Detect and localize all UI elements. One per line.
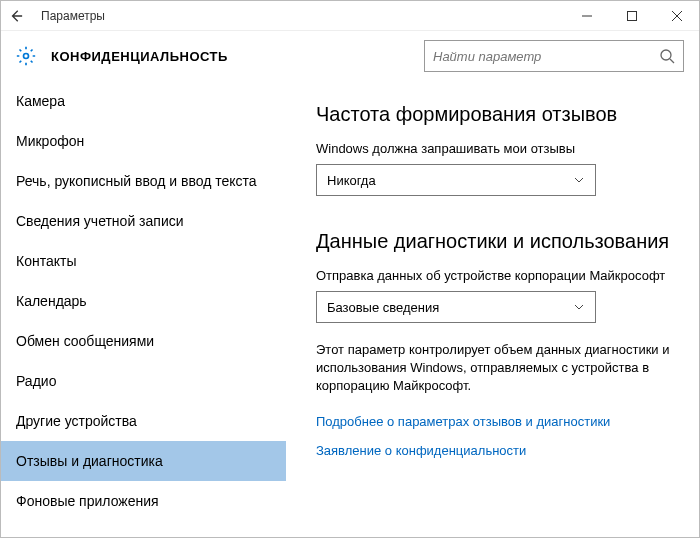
close-button[interactable] [654, 1, 699, 31]
search-input[interactable] [425, 41, 683, 71]
gear-icon [16, 46, 36, 66]
svg-point-2 [661, 50, 671, 60]
section-heading-feedback: Частота формирования отзывов [316, 101, 674, 127]
settings-window: Параметры КОНФИДЕНЦИАЛЬНОСТЬ КамераМикро… [0, 0, 700, 538]
content-pane: Частота формирования отзывов Windows дол… [286, 81, 699, 537]
dropdown-value: Никогда [327, 173, 376, 188]
link-learn-more[interactable]: Подробнее о параметрах отзывов и диагнос… [316, 414, 674, 429]
svg-point-1 [24, 54, 29, 59]
chevron-down-icon [573, 301, 585, 313]
window-controls [564, 1, 699, 31]
feedback-frequency-dropdown[interactable]: Никогда [316, 164, 596, 196]
sidebar-item[interactable]: Камера [1, 81, 286, 121]
svg-rect-0 [627, 11, 636, 20]
sidebar-item[interactable]: Отзывы и диагностика [1, 441, 286, 481]
arrow-left-icon [9, 9, 23, 23]
section-heading-diagnostics: Данные диагностики и использования [316, 228, 674, 254]
page-title: КОНФИДЕНЦИАЛЬНОСТЬ [51, 49, 424, 64]
sidebar-item[interactable]: Сведения учетной записи [1, 201, 286, 241]
close-icon [672, 11, 682, 21]
sidebar: КамераМикрофонРечь, рукописный ввод и вв… [1, 81, 286, 537]
sidebar-item[interactable]: Другие устройства [1, 401, 286, 441]
titlebar: Параметры [1, 1, 699, 31]
window-title: Параметры [31, 9, 564, 23]
body: КамераМикрофонРечь, рукописный ввод и вв… [1, 81, 699, 537]
feedback-frequency-label: Windows должна запрашивать мои отзывы [316, 141, 674, 156]
maximize-icon [627, 11, 637, 21]
sidebar-item[interactable]: Микрофон [1, 121, 286, 161]
header: КОНФИДЕНЦИАЛЬНОСТЬ [1, 31, 699, 81]
sidebar-item[interactable]: Контакты [1, 241, 286, 281]
search-box[interactable] [424, 40, 684, 72]
diagnostics-dropdown[interactable]: Базовые сведения [316, 291, 596, 323]
maximize-button[interactable] [609, 1, 654, 31]
search-icon [659, 48, 675, 64]
link-privacy-statement[interactable]: Заявление о конфиденциальности [316, 443, 674, 458]
diagnostics-label: Отправка данных об устройстве корпорации… [316, 268, 674, 283]
minimize-icon [582, 11, 592, 21]
sidebar-item[interactable]: Фоновые приложения [1, 481, 286, 521]
sidebar-item[interactable]: Календарь [1, 281, 286, 321]
diagnostics-description: Этот параметр контролирует объем данных … [316, 341, 674, 396]
dropdown-value: Базовые сведения [327, 300, 439, 315]
sidebar-item[interactable]: Обмен сообщениями [1, 321, 286, 361]
chevron-down-icon [573, 174, 585, 186]
back-button[interactable] [1, 1, 31, 31]
sidebar-item[interactable]: Радио [1, 361, 286, 401]
sidebar-item[interactable]: Речь, рукописный ввод и ввод текста [1, 161, 286, 201]
minimize-button[interactable] [564, 1, 609, 31]
